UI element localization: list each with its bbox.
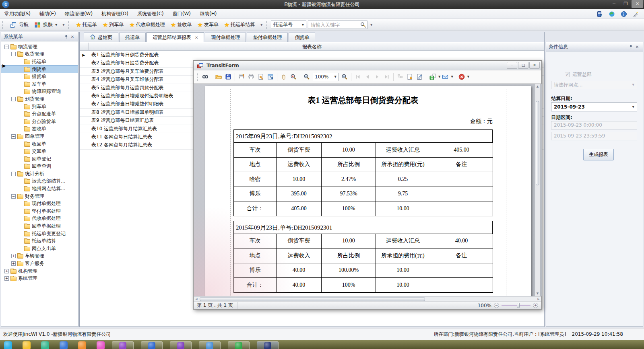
zoom-slider-thumb[interactable] xyxy=(517,303,520,308)
tree-item[interactable]: 托运单 xyxy=(1,58,78,66)
favorite-shortcut-button[interactable]: ★发车单 xyxy=(194,21,221,29)
row-selector[interactable] xyxy=(80,100,88,108)
tree-item[interactable]: 垫付单据处理 xyxy=(1,207,78,215)
find-icon[interactable] xyxy=(200,72,210,82)
tree-item[interactable]: 托运单变更登记 xyxy=(1,230,78,238)
chevron-down-icon[interactable]: ▼ xyxy=(451,75,453,78)
taskbar-app-button[interactable] xyxy=(199,341,221,349)
tree-item[interactable]: 回单查询 xyxy=(1,163,78,170)
row-selector[interactable] xyxy=(80,92,88,100)
help-icon[interactable]: ? xyxy=(596,10,604,18)
taskbar-app-button[interactable] xyxy=(112,341,134,349)
skin-button[interactable]: 换肤 ▼ xyxy=(31,20,60,30)
close-icon[interactable]: ✕ xyxy=(634,43,640,50)
hq-checkbox[interactable]: ✓ 运营总部 xyxy=(565,71,592,78)
tree-item[interactable]: 收回单 xyxy=(1,140,78,148)
menu-item[interactable]: 常用功能(S) xyxy=(0,9,35,19)
tree-item[interactable]: 分点配送单 xyxy=(1,110,78,118)
favorite-shortcut-button[interactable]: ★到车单 xyxy=(100,21,126,29)
tree-item[interactable]: 网点支出单 xyxy=(1,245,78,253)
close-button[interactable]: ✕ xyxy=(529,62,540,69)
menu-item[interactable]: 帮助(H) xyxy=(195,9,221,19)
toolbar-grip[interactable] xyxy=(197,73,199,81)
taskbar-app-button[interactable] xyxy=(170,341,192,349)
tree-toggle-icon[interactable]: − xyxy=(11,194,16,199)
toolbar-overflow-button[interactable]: ▼ xyxy=(259,21,264,29)
zoom-slider[interactable] xyxy=(502,305,530,306)
favorite-shortcut-button[interactable]: ★代收单据处理 xyxy=(126,21,167,29)
dock-arrow-icon[interactable]: ▶ xyxy=(2,63,6,68)
zoom-out-button[interactable]: − xyxy=(494,303,499,308)
toolbar-grip[interactable] xyxy=(68,21,71,29)
tab-active[interactable]: 运营总部结算报表✕ xyxy=(147,32,204,42)
tree-toggle-icon[interactable]: + xyxy=(11,261,16,266)
tree-item[interactable]: +车辆管理 xyxy=(1,253,78,260)
print-icon[interactable] xyxy=(246,72,256,82)
row-selector[interactable] xyxy=(80,141,88,149)
export-icon[interactable] xyxy=(428,72,438,82)
zoom-level-select[interactable]: 100%▼ xyxy=(313,73,339,81)
tree-item[interactable]: 回单单据处理 xyxy=(1,222,78,230)
tab-item[interactable]: 现付单据处理 xyxy=(205,33,246,42)
zoom-in-icon[interactable] xyxy=(340,72,349,82)
tab-item[interactable]: 托运单 xyxy=(119,33,146,42)
site-select[interactable]: 请选择网点... ▼ xyxy=(551,81,637,89)
restore-button[interactable]: ❐ xyxy=(620,0,632,8)
tree-toggle-icon[interactable]: − xyxy=(11,97,16,101)
taskbar-app-icon[interactable] xyxy=(60,341,68,349)
scale-icon[interactable] xyxy=(266,72,275,82)
minimize-button[interactable]: ─ xyxy=(507,62,517,69)
tree-item[interactable]: −回单管理 xyxy=(1,133,78,140)
tab-item[interactable]: 起始页 xyxy=(84,33,118,42)
search-input[interactable] xyxy=(308,21,367,29)
tree-item[interactable]: 签收单 xyxy=(1,125,78,133)
tree-toggle-icon[interactable]: + xyxy=(4,269,9,273)
page-edit-icon[interactable] xyxy=(415,72,424,82)
pin-icon[interactable] xyxy=(627,43,634,50)
tree-item[interactable]: −收货管理 xyxy=(1,51,78,58)
outline-icon[interactable] xyxy=(395,72,405,82)
favorite-shortcut-button[interactable]: ★签收单 xyxy=(168,21,194,29)
chevron-down-icon[interactable]: ▼ xyxy=(467,75,469,78)
toolbar-grip[interactable] xyxy=(266,21,269,29)
wizard-icon[interactable] xyxy=(632,10,640,18)
menu-item[interactable]: 窗口(W) xyxy=(168,9,195,19)
row-selector[interactable] xyxy=(80,76,88,83)
menu-item[interactable]: 机构管理(O) xyxy=(97,9,133,19)
taskbar-app-button[interactable] xyxy=(141,341,163,349)
tree-item[interactable]: 回单登记 xyxy=(1,155,78,163)
taskbar-app-icon[interactable] xyxy=(148,342,155,349)
taskbar-app-icon[interactable] xyxy=(206,342,213,349)
taskbar-app-icon[interactable] xyxy=(23,341,31,349)
tree-toggle-icon[interactable]: + xyxy=(11,254,16,258)
menu-item[interactable]: 系统管理(C) xyxy=(133,9,168,19)
toolbar-overflow-button[interactable]: ▼ xyxy=(61,21,66,29)
tree-item[interactable]: −到货管理 xyxy=(1,95,78,103)
nav-prev-icon[interactable] xyxy=(363,72,372,82)
globe-icon[interactable] xyxy=(608,10,616,18)
taskbar-app-icon[interactable] xyxy=(264,342,271,349)
report-row[interactable]: ▶表1 运营总部每日倒货费分配表 xyxy=(80,51,544,59)
settle-date-select[interactable]: 2015-09-23 ▼ xyxy=(551,103,637,111)
watermark-icon[interactable] xyxy=(405,72,415,82)
tab-item[interactable]: 倒货单 xyxy=(289,33,315,42)
tree-item[interactable]: 提货单 xyxy=(1,73,78,80)
tree-item[interactable]: 地州网点结算... xyxy=(1,185,78,193)
close-button[interactable]: ✕ xyxy=(632,0,643,8)
tree-item[interactable]: −财务管理 xyxy=(1,193,78,200)
menu-item[interactable]: 辅助(E) xyxy=(35,9,60,19)
scrollbar-thumb[interactable] xyxy=(536,101,539,185)
scrollbar-thumb[interactable] xyxy=(200,297,425,301)
taskbar-app-icon[interactable] xyxy=(177,342,184,349)
nav-first-icon[interactable] xyxy=(353,72,363,82)
minimize-button[interactable]: ─ xyxy=(608,0,620,8)
tree-item[interactable]: 分点验货单 xyxy=(1,118,78,125)
scroll-down-icon[interactable]: ▼ xyxy=(535,291,540,296)
taskbar-app-button[interactable] xyxy=(228,341,250,349)
email-icon[interactable] xyxy=(440,72,450,82)
tree-item[interactable]: +客户服务 xyxy=(1,260,78,267)
range-end-field[interactable]: 2015-09-23 23:59:59 xyxy=(551,132,637,140)
taskbar-app-icon[interactable] xyxy=(235,342,242,349)
search-type-select[interactable]: 托运单号 ▼ xyxy=(271,21,306,29)
generate-report-button[interactable]: 生成报表 xyxy=(583,149,614,160)
